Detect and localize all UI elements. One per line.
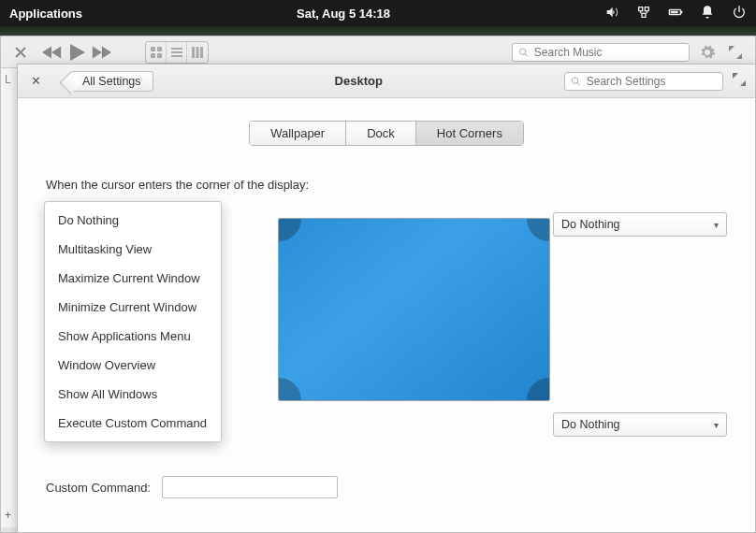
search-music-field[interactable]	[512, 43, 690, 62]
tab-dock[interactable]: Dock	[346, 122, 416, 145]
svg-rect-12	[200, 47, 203, 58]
notifications-icon[interactable]	[700, 5, 715, 22]
gear-icon[interactable]	[697, 42, 718, 63]
maximize-icon[interactable]	[725, 42, 746, 63]
corner-bottom-right-value: Do Nothing	[561, 418, 620, 431]
settings-window: ✕ All Settings Desktop Wallpaper Dock Ho…	[17, 64, 756, 533]
dropdown-item[interactable]: Maximize Current Window	[45, 264, 221, 293]
svg-rect-11	[196, 47, 199, 58]
corner-bottom-right-select[interactable]: Do Nothing ▾	[553, 412, 727, 437]
svg-rect-10	[192, 47, 195, 58]
play-icon[interactable]	[66, 42, 87, 63]
power-icon[interactable]	[732, 5, 747, 22]
corner-top-right-value: Do Nothing	[561, 218, 620, 231]
custom-command-input[interactable]	[162, 476, 338, 498]
library-label: L	[1, 69, 17, 90]
all-settings-button[interactable]: All Settings	[70, 71, 153, 92]
close-icon[interactable]	[10, 42, 31, 63]
svg-rect-4	[157, 47, 162, 51]
svg-rect-3	[151, 47, 155, 51]
corner-top-right-select[interactable]: Do Nothing ▾	[553, 212, 727, 237]
corner-top-left-dropdown[interactable]: Do Nothing Multitasking View Maximize Cu…	[44, 201, 222, 442]
add-playlist-icon[interactable]: +	[5, 509, 11, 522]
maximize-icon[interactable]	[733, 73, 746, 90]
view-column-icon[interactable]	[187, 42, 208, 63]
dropdown-item[interactable]: Show All Windows	[45, 380, 221, 409]
view-grid-icon[interactable]	[146, 42, 167, 63]
corner-indicator-bl	[279, 378, 301, 400]
display-preview	[278, 218, 550, 401]
corner-indicator-tl	[279, 219, 301, 241]
corner-indicator-br	[527, 378, 549, 400]
dropdown-item[interactable]: Do Nothing	[45, 206, 221, 235]
dropdown-item[interactable]: Minimize Current Window	[45, 293, 221, 322]
svg-rect-9	[171, 55, 182, 57]
close-icon[interactable]: ✕	[27, 73, 44, 90]
custom-command-label: Custom Command:	[46, 481, 151, 495]
chevron-down-icon: ▾	[714, 420, 719, 430]
search-icon	[518, 47, 529, 58]
window-title: Desktop	[163, 74, 555, 88]
hot-corners-instruction: When the cursor enters the corner of the…	[46, 178, 727, 192]
battery-icon[interactable]	[668, 5, 683, 22]
svg-rect-6	[157, 53, 162, 58]
search-icon	[571, 76, 581, 87]
chevron-down-icon: ▾	[714, 220, 719, 230]
system-top-panel: Applications Sat, Aug 5 14:18	[0, 0, 756, 26]
view-list-icon[interactable]	[167, 42, 187, 63]
applications-menu[interactable]: Applications	[9, 7, 82, 21]
tab-hot-corners[interactable]: Hot Corners	[416, 122, 523, 145]
previous-icon[interactable]	[42, 42, 63, 63]
svg-rect-5	[151, 53, 155, 58]
view-mode-group[interactable]	[145, 41, 209, 64]
corner-indicator-tr	[527, 219, 549, 241]
panel-clock[interactable]: Sat, Aug 5 14:18	[82, 7, 604, 21]
network-icon[interactable]	[636, 5, 651, 22]
search-settings-field[interactable]	[564, 72, 723, 91]
search-settings-input[interactable]	[587, 75, 717, 88]
svg-rect-2	[671, 10, 678, 13]
dropdown-item[interactable]: Show Applications Menu	[45, 322, 221, 351]
volume-icon[interactable]	[604, 5, 619, 22]
next-icon[interactable]	[91, 42, 111, 63]
svg-rect-7	[171, 48, 182, 50]
dropdown-item[interactable]: Multitasking View	[45, 235, 221, 264]
dropdown-item[interactable]: Window Overview	[45, 351, 221, 380]
dropdown-item[interactable]: Execute Custom Command	[45, 409, 221, 438]
tab-wallpaper[interactable]: Wallpaper	[250, 122, 346, 145]
settings-tabs: Wallpaper Dock Hot Corners	[249, 121, 524, 146]
svg-rect-1	[681, 10, 682, 13]
search-music-input[interactable]	[534, 46, 683, 59]
svg-rect-8	[171, 51, 182, 53]
